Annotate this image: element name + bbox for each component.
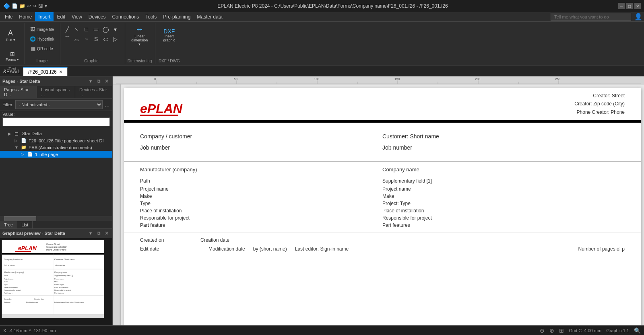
maximize-button[interactable]: □ [626, 3, 633, 9]
search-status-icon[interactable]: 🔍 [634, 327, 641, 334]
filter-select[interactable]: - Not activated - [15, 100, 103, 109]
last-editor: Last editor: Sign-in name [295, 246, 349, 252]
graphic-arc1-button[interactable]: ⌒ [63, 35, 72, 43]
graphic-arc2-button[interactable]: ⌓ [72, 35, 81, 43]
edit-date-label: Edit date [140, 246, 200, 252]
tree-item-titlepage[interactable]: ▷ 📄 1 Title page [0, 151, 112, 158]
value-input[interactable] [2, 117, 110, 126]
svg-text:Type: Type [4, 284, 8, 286]
sub-tabs: Pages - Star D... Layout space - ... Dev… [0, 86, 112, 99]
tree-icon-root: ◻ [14, 131, 21, 136]
project-name-label: Project name [140, 186, 382, 192]
image-file-button[interactable]: 🖼 Image file [28, 25, 56, 34]
graphic-rect2-button[interactable]: ▭ [92, 25, 101, 34]
sub-tab-layout[interactable]: Layout space - ... [37, 86, 75, 98]
breadcrumb[interactable]: &EAA/1 [0, 67, 23, 76]
graphic-circle-button[interactable]: ◯ [101, 25, 110, 34]
insert-graphic-button[interactable]: DXF Insertgraphic [158, 25, 180, 46]
menu-file[interactable]: File [2, 12, 16, 21]
dimensioning-group-label: Dimensioning [128, 59, 152, 64]
scrollbar-thumb[interactable] [4, 216, 36, 221]
forms-button[interactable]: ⊞ Forms ▾ [3, 46, 21, 67]
svg-text:250: 250 [555, 77, 561, 81]
preview-thumbnail: ePLAN Creator: Street Creator: Zip code … [2, 240, 104, 318]
menu-view[interactable]: View [68, 12, 85, 21]
search-input[interactable] [551, 13, 631, 21]
tree-tab[interactable]: Tree [0, 221, 17, 228]
graphic-rect-button[interactable]: □ [82, 25, 91, 34]
graphic-spline-button[interactable]: S [92, 35, 101, 43]
toolbar-icons: 📄 📁 ↩ ↪ 🖫 ▾ [12, 3, 47, 9]
icon-open[interactable]: 📁 [19, 3, 25, 9]
make-value: Make [382, 193, 625, 199]
part-feature-label: Part feature [140, 222, 382, 228]
list-tab[interactable]: List [17, 221, 33, 228]
filter-more-button[interactable]: … [104, 101, 110, 108]
canvas-content[interactable]: 0 50 100 150 200 [113, 76, 644, 325]
panel-float-button[interactable]: ⧉ [95, 78, 102, 84]
text-button[interactable]: A Text ▾ [3, 25, 18, 46]
user-icon[interactable]: 👤 [634, 13, 642, 21]
svg-text:Creator: Zip code (City): Creator: Zip code (City) [46, 246, 67, 248]
menu-insert[interactable]: Insert [35, 12, 54, 21]
preview-float-button[interactable]: ⧉ [95, 230, 102, 236]
svg-text:Edit date: Edit date [4, 301, 11, 303]
menu-connections[interactable]: Connections [109, 12, 142, 21]
active-tab[interactable]: /F26_001.f26 ✕ [23, 67, 68, 76]
menu-bar: File Home Insert Edit View Devices Conne… [0, 12, 644, 22]
hyperlink-button[interactable]: 🌐 Hyperlink [27, 35, 57, 43]
sub-tab-devices[interactable]: Devices - Star ... [75, 86, 112, 98]
tree-item-eaa[interactable]: ▼ 📁 EAA (Administrative documents) [0, 144, 112, 151]
tree-expand-root[interactable]: ▶ [8, 132, 14, 136]
graphic-line-button[interactable]: ╱ [63, 25, 72, 34]
graphic-bezier-button[interactable]: ~ [82, 35, 91, 43]
menu-edit[interactable]: Edit [54, 12, 68, 21]
menu-masterdata[interactable]: Master data [194, 12, 225, 21]
place-value: Place of installation [382, 208, 625, 214]
horizontal-scrollbar[interactable] [0, 216, 112, 221]
graphic-poly-button[interactable]: ⟍ [72, 25, 81, 34]
menu-preplanning[interactable]: Pre-planning [160, 12, 194, 21]
icon-undo[interactable]: ↩ [27, 3, 31, 9]
tab-close-button[interactable]: ✕ [59, 70, 62, 74]
project-name-value: Project name [382, 186, 625, 192]
fit-button[interactable]: ⊞ [559, 327, 564, 334]
preview-close-button[interactable]: ✕ [103, 230, 110, 236]
tree-label-eaa: EAA (Administrative documents) [29, 145, 92, 150]
zoom-minus-button[interactable]: ⊖ [540, 327, 545, 334]
svg-text:150: 150 [394, 77, 400, 81]
tree-item-root[interactable]: ▶ ◻ Star Delta [0, 130, 112, 137]
preview-pin-button[interactable]: ▾ [87, 230, 94, 236]
icon-misc[interactable]: 🖫 [38, 3, 43, 9]
tree-expand-title[interactable]: ▷ [21, 152, 27, 156]
panel-close-button[interactable]: ✕ [103, 78, 110, 84]
graphic-more-button[interactable]: ▾ [111, 25, 120, 34]
toolbar-group-image: 🖼 Image file 🌐 Hyperlink ▦ QR code Image [27, 23, 60, 64]
zoom-plus-button[interactable]: ⊕ [549, 327, 554, 334]
graphic-triangle-button[interactable]: ▷ [111, 35, 120, 43]
svg-text:Creator: Street: Creator: Street [46, 243, 60, 245]
menu-tools[interactable]: Tools [142, 12, 160, 21]
linear-dimension-button[interactable]: ↔ Lineardimension ▾ [128, 25, 152, 46]
tree-item-f26[interactable]: ▷ 📄 F26_001.f26 Title page/cover sheet D… [0, 137, 112, 144]
icon-redo[interactable]: ↪ [33, 3, 37, 9]
path-value: Supplementary field [1] [382, 178, 625, 184]
main-layout: Pages - Star Delta ▾ ⧉ ✕ Pages - Star D.… [0, 76, 644, 325]
sub-tab-pages[interactable]: Pages - Star D... [0, 86, 37, 98]
icon-new[interactable]: 📄 [12, 3, 18, 9]
filter-row: Filter: - Not activated - … [0, 99, 112, 111]
minimize-button[interactable]: ─ [618, 3, 625, 9]
panel-pin-button[interactable]: ▾ [87, 78, 94, 84]
svg-text:50: 50 [234, 77, 237, 81]
left-panel: Pages - Star Delta ▾ ⧉ ✕ Pages - Star D.… [0, 76, 113, 325]
doc-creator-info: Creator: Street Creator: Zip code (City)… [574, 92, 625, 116]
svg-text:Job number: Job number [54, 264, 65, 267]
tree-expand-f26[interactable]: ▷ [14, 138, 21, 143]
tree-expand-eaa[interactable]: ▼ [14, 145, 21, 150]
graphic-ellipse-button[interactable]: ⬭ [101, 35, 110, 43]
menu-home[interactable]: Home [16, 12, 35, 21]
close-button[interactable]: ✕ [634, 3, 641, 9]
linear-dimension-icon: ↔ [135, 24, 144, 35]
menu-devices[interactable]: Devices [85, 12, 109, 21]
qr-code-button[interactable]: ▦ QR code [29, 44, 55, 53]
